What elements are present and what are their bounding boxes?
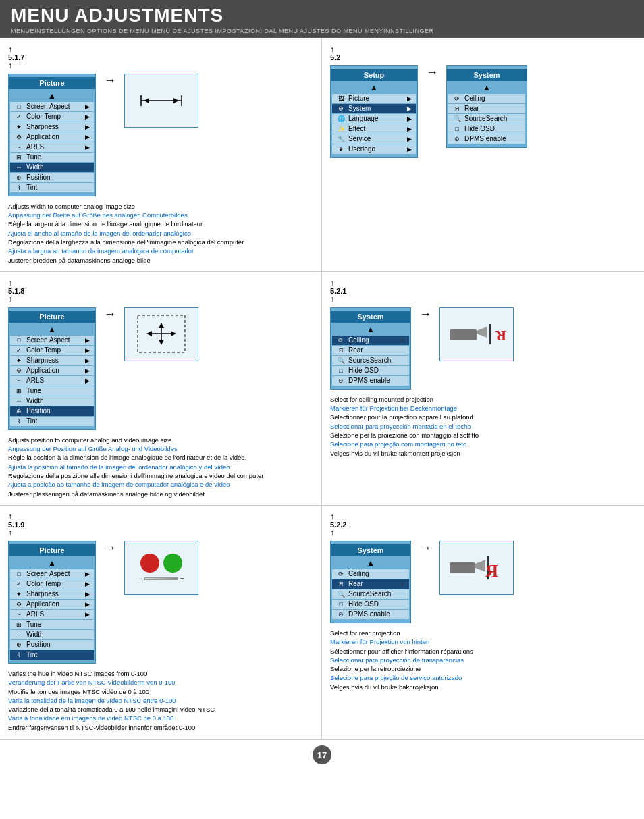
menu-item-arls-518[interactable]: ~ ARLS▶ (10, 376, 94, 386)
menu-item-width-519[interactable]: ↔ Width (10, 630, 94, 639)
page-title: MENU ADJUSTMENTS (11, 5, 633, 26)
sharpness-icon-519: ✦ (14, 590, 24, 598)
menu-item-sharpness-519[interactable]: ✦ Sharpness▶ (10, 589, 94, 599)
arrow-518: → (100, 307, 120, 321)
rear-svg: R (446, 544, 507, 591)
menu-item-screen-aspect-519[interactable]: □ Screen Aspect▶ (10, 569, 94, 579)
desc-line-4-521: Seleccionar para proyección montada en e… (330, 422, 636, 431)
desc-line-5-519: Variazione della tonalità cromaticada 0 … (8, 705, 313, 714)
page-footer: 17 (0, 739, 644, 770)
menu-item-screen-aspect-517[interactable]: □ Screen Aspect▶ (10, 102, 94, 111)
menu-item-color-temp-517[interactable]: ✓ Color Temp▶ (10, 112, 94, 122)
sys-item-rear-521[interactable]: Я Rear (332, 346, 409, 355)
menu-item-tint-517[interactable]: ⌇ Tint (10, 183, 94, 192)
sys-item-sourcesearch-522[interactable]: 🔍 SourceSearch (332, 589, 409, 599)
sys-item-ceiling-52[interactable]: ⟳ Ceiling (448, 94, 525, 103)
sys-item-hideosd-521[interactable]: □ Hide OSD (332, 366, 409, 375)
subtitle: MENÜEINSTELLUNGEN OPTIONS DE MENU MENÚ D… (11, 28, 633, 34)
menu-item-sharpness-518[interactable]: ✦ Sharpness▶ (10, 356, 94, 365)
section-517: ↑ 5.1.7 ↑ Picture ▲ □ Screen Aspect▶ ✓ C… (0, 38, 322, 272)
menu-item-tint-519[interactable]: ⌇ Tint (10, 650, 94, 660)
section-517-header: ↑ 5.1.7 ↑ (8, 45, 313, 70)
hideosd-icon-522: □ (336, 600, 346, 608)
tint-icon-519: ⌇ (14, 651, 24, 659)
menu-item-tune-518[interactable]: ⊞ Tune (10, 386, 94, 396)
sys-item-ceiling-521[interactable]: ⟳ Ceiling✓ (332, 336, 409, 345)
section-519-header: ↑ 5.1.9 ↑ (8, 512, 313, 537)
sys-item-dpms-522[interactable]: ⊙ DPMS enable (332, 610, 409, 619)
section-522: ↑ 5.2.2 ↑ System ▲ ⟳ Ceiling Я Rear✓ 🔍 (322, 506, 644, 739)
setup-item-language[interactable]: 🌐 Language▶ (332, 114, 416, 124)
preview-522: R (439, 541, 514, 595)
desc-519: Varies the hue in video NTSC images from… (8, 669, 313, 732)
sourcesearch-icon-52: 🔍 (452, 115, 462, 123)
menu-item-position-519[interactable]: ⊕ Position (10, 640, 94, 650)
sourcesearch-icon-522: 🔍 (336, 590, 346, 598)
svg-marker-3 (144, 98, 149, 103)
sys-item-dpms-52[interactable]: ⊙ DPMS enable (448, 134, 525, 144)
desc-line-7-517: Justerer bredden på datamaskinens analog… (8, 256, 313, 265)
menu-item-width-518[interactable]: ↔ Width (10, 396, 94, 406)
system-panel-521: System ▲ ⟳ Ceiling✓ Я Rear 🔍 SourceSearc… (330, 307, 411, 390)
menu-item-color-temp-519[interactable]: ✓ Color Temp▶ (10, 579, 94, 589)
menu-item-screen-aspect-518[interactable]: □ Screen Aspect▶ (10, 336, 94, 345)
menu-item-tint-518[interactable]: ⌇ Tint (10, 417, 94, 426)
svg-rect-12 (450, 329, 477, 340)
desc-line-6-519: Varia a tonalidade em imagens de vídeo N… (8, 714, 313, 722)
menu-item-sharpness-517[interactable]: ✦ Sharpness▶ (10, 122, 94, 132)
setup-up-52: ▲ (331, 82, 417, 93)
sys-item-hideosd-52[interactable]: □ Hide OSD (448, 124, 525, 134)
menu-item-application-517[interactable]: ⚙ Application▶ (10, 132, 94, 142)
sys-item-hideosd-522[interactable]: □ Hide OSD (332, 600, 409, 609)
setup-item-picture[interactable]: 🖼 Picture▶ (332, 94, 416, 103)
tune-icon-518: ⊞ (14, 387, 24, 395)
desc-line-2-519: Veränderung der Farbe von NTSC Videobild… (8, 678, 313, 687)
desc-line-2-522: Markieren für Projektion von hinten (330, 637, 636, 646)
menu-item-arls-519[interactable]: ~ ARLS▶ (10, 610, 94, 619)
desc-line-3-517: Règle la largeur à la dimension de l'ima… (8, 219, 313, 228)
sys-item-rear-522[interactable]: Я Rear✓ (332, 579, 409, 589)
desc-line-6-522: Selecione para projeção de serviço autor… (330, 673, 636, 682)
sourcesearch-icon-521: 🔍 (336, 356, 346, 365)
section-519: ↑ 5.1.9 ↑ Picture ▲ □ Screen Aspect▶ ✓ C… (0, 506, 322, 739)
picture-title-517: Picture (9, 77, 95, 89)
setup-item-service[interactable]: 🔧 Service▶ (332, 134, 416, 144)
position-icon-519: ⊕ (14, 641, 24, 649)
menu-item-position-518[interactable]: ⊕ Position (10, 406, 94, 416)
userlogo-icon: ★ (336, 145, 346, 153)
menu-item-color-temp-518[interactable]: ✓ Color Temp▶ (10, 346, 94, 355)
color-temp-icon: ✓ (14, 113, 24, 121)
spacer-52 (330, 158, 636, 222)
arrow-517: → (100, 74, 120, 88)
screen-aspect-icon: □ (14, 103, 24, 111)
menu-item-arls-517[interactable]: ~ ARLS▶ (10, 142, 94, 152)
desc-line-4-517: Ajusta el ancho al tamaño de la imagen d… (8, 229, 313, 238)
sys-item-sourcesearch-521[interactable]: 🔍 SourceSearch (332, 356, 409, 365)
menu-item-application-518[interactable]: ⚙ Application▶ (10, 366, 94, 375)
menu-item-tune-517[interactable]: ⊞ Tune (10, 153, 94, 162)
sys-item-dpms-521[interactable]: ⊙ DPMS enable (332, 376, 409, 386)
tint-slider: − + (139, 575, 184, 582)
desc-line-1-522: Select for rear projection (330, 629, 636, 637)
effect-icon: ✨ (336, 125, 346, 133)
sys-item-sourcesearch-52[interactable]: 🔍 SourceSearch (448, 114, 525, 124)
rear-icon-52: Я (452, 105, 462, 113)
desc-line-1-517: Adjusts width to computer analog image s… (8, 202, 313, 211)
setup-item-system[interactable]: ⚙ System▶ (332, 104, 416, 113)
sys-item-rear-52[interactable]: Я Rear (448, 104, 525, 113)
menu-up-519: ▲ (9, 558, 95, 569)
setup-item-userlogo[interactable]: ★ Userlogo▶ (332, 144, 416, 154)
setup-item-effect[interactable]: ✨ Effect▶ (332, 124, 416, 134)
menu-item-position-517[interactable]: ⊕ Position (10, 173, 94, 182)
desc-line-2-521: Markieren für Projektion bei Deckenmonta… (330, 404, 636, 413)
up-arrow2-518: ↑ (8, 295, 12, 303)
arrow-519: → (100, 541, 120, 555)
preview-518 (124, 307, 198, 361)
menu-item-tune-519[interactable]: ⊞ Tune (10, 620, 94, 629)
section-521: ↑ 5.2.1 ↑ System ▲ ⟳ Ceiling✓ Я Rear 🔍 (322, 272, 644, 506)
sys-item-ceiling-522[interactable]: ⟳ Ceiling (332, 569, 409, 579)
svg-marker-4 (173, 98, 179, 103)
menu-item-application-519[interactable]: ⚙ Application▶ (10, 600, 94, 609)
menu-item-width-517[interactable]: ↔ Width (10, 163, 94, 172)
color-temp-icon-519: ✓ (14, 580, 24, 588)
